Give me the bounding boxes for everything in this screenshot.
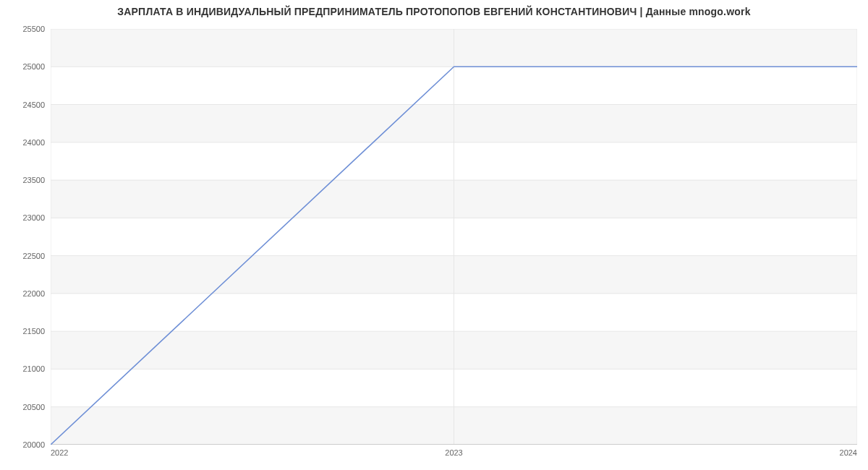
y-tick-label: 20000 bbox=[0, 440, 45, 449]
y-tick-label: 22500 bbox=[0, 252, 45, 260]
y-tick-label: 23500 bbox=[0, 176, 45, 184]
x-tick-label: 2024 bbox=[840, 448, 857, 457]
y-tick-label: 24000 bbox=[0, 138, 45, 147]
plot-area bbox=[51, 29, 857, 445]
chart-container: ЗАРПЛАТА В ИНДИВИДУАЛЬНЫЙ ПРЕДПРИНИМАТЕЛ… bbox=[0, 0, 868, 470]
y-tick-label: 23000 bbox=[0, 213, 45, 222]
y-tick-label: 24500 bbox=[0, 101, 45, 109]
y-tick-label: 22000 bbox=[0, 289, 45, 298]
chart-title: ЗАРПЛАТА В ИНДИВИДУАЛЬНЫЙ ПРЕДПРИНИМАТЕЛ… bbox=[0, 6, 868, 17]
chart-svg bbox=[51, 29, 857, 445]
y-tick-label: 20500 bbox=[0, 403, 45, 411]
y-tick-label: 21500 bbox=[0, 327, 45, 336]
x-tick-label: 2023 bbox=[445, 448, 462, 457]
y-tick-label: 25000 bbox=[0, 62, 45, 71]
x-tick-label: 2022 bbox=[51, 448, 68, 457]
y-tick-label: 21000 bbox=[0, 364, 45, 373]
y-tick-label: 25500 bbox=[0, 25, 45, 33]
